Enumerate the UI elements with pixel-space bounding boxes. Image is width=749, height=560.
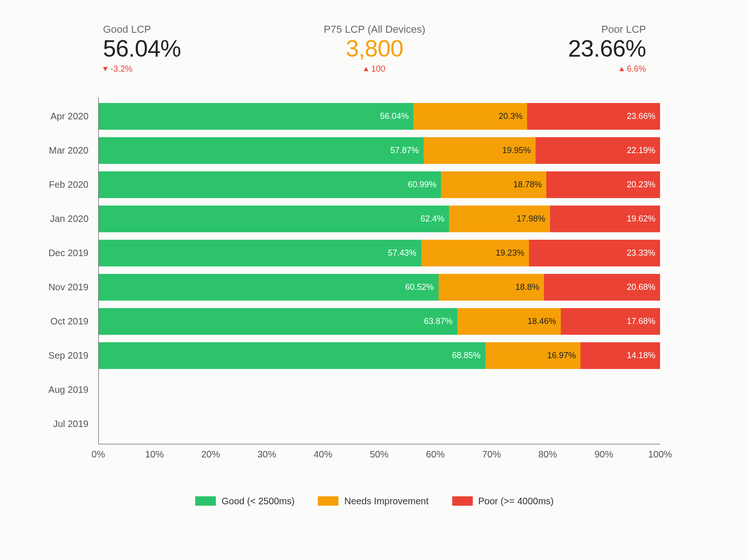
segment-value: 20.3% [499, 111, 522, 121]
segment-value: 19.95% [502, 146, 531, 155]
segment-value: 60.99% [408, 180, 436, 190]
segment-value: 17.68% [627, 317, 655, 326]
segment-good: 62.4% [99, 206, 449, 232]
stacked-bar: 68.85%16.97%14.18% [99, 342, 660, 369]
summary-poor-lcp: Poor LCP 23.66% 6.6% [568, 23, 646, 74]
segment-good: 57.43% [99, 240, 421, 266]
legend-label: Poor (>= 4000ms) [478, 496, 554, 507]
segment-needs: 18.8% [439, 274, 544, 301]
summary-value: 23.66% [568, 37, 646, 61]
summary-value: 56.04% [103, 37, 181, 61]
segment-poor: 20.68% [544, 274, 660, 301]
segment-value: 68.85% [452, 351, 480, 361]
bar-row: Jul 2019 [99, 411, 660, 437]
stacked-bar: 60.99%18.78%20.23% [99, 171, 660, 198]
bar-row: Dec 201957.43%19.23%23.33% [99, 240, 660, 266]
segment-poor: 17.68% [561, 308, 660, 335]
y-axis-label: Nov 2019 [48, 282, 99, 293]
segment-value: 19.23% [496, 248, 524, 258]
legend-swatch-poor [452, 496, 473, 506]
x-axis: 0%10%20%30%40%50%60%70%80%90%100% [98, 444, 660, 463]
segment-value: 57.87% [390, 146, 419, 155]
summary-label: Poor LCP [602, 23, 646, 36]
legend-label: Needs Improvement [344, 496, 428, 507]
x-tick: 100% [648, 449, 672, 460]
y-axis-label: Oct 2019 [51, 316, 99, 327]
summary-good-lcp: Good LCP 56.04% -3.2% [103, 23, 181, 74]
legend-item-good: Good (< 2500ms) [195, 496, 294, 507]
segment-good: 60.99% [99, 171, 441, 198]
x-tick: 40% [314, 449, 332, 460]
stacked-bar: 57.87%19.95%22.19% [99, 137, 660, 164]
segment-good: 68.85% [99, 342, 485, 369]
segment-poor: 23.66% [527, 103, 660, 130]
segment-value: 57.43% [388, 248, 417, 258]
segment-value: 19.62% [627, 214, 655, 224]
summary-label: P75 LCP (All Devices) [323, 23, 425, 36]
arrow-down-icon [103, 67, 108, 71]
bar-row: Oct 201963.87%18.46%17.68% [99, 308, 660, 335]
x-tick: 50% [370, 449, 389, 460]
segment-needs: 18.78% [441, 171, 546, 198]
y-axis-label: Aug 2019 [48, 384, 99, 395]
x-tick: 30% [257, 449, 276, 460]
segment-value: 62.4% [420, 214, 444, 224]
bar-row: Aug 2019 [99, 376, 660, 403]
summary-delta-text: 6.6% [627, 64, 646, 74]
arrow-up-icon [364, 67, 368, 71]
segment-poor: 19.62% [550, 206, 660, 232]
bar-row: Sep 201968.85%16.97%14.18% [99, 342, 660, 369]
summary-row: Good LCP 56.04% -3.2% P75 LCP (All Devic… [28, 23, 721, 74]
segment-needs: 17.98% [449, 206, 550, 232]
segment-value: 23.66% [627, 111, 655, 121]
segment-good: 57.87% [99, 137, 424, 164]
legend-item-poor: Poor (>= 4000ms) [452, 496, 554, 507]
segment-needs: 16.97% [485, 342, 580, 369]
segment-needs: 20.3% [413, 103, 527, 130]
lcp-report: Good LCP 56.04% -3.2% P75 LCP (All Devic… [0, 0, 749, 560]
y-axis-label: Jul 2019 [53, 419, 99, 429]
legend-item-needs: Needs Improvement [318, 496, 428, 507]
y-axis-label: Jan 2020 [50, 214, 99, 224]
segment-good: 56.04% [99, 103, 413, 130]
plot-area: Apr 202056.04%20.3%23.66%Mar 202057.87%1… [98, 97, 660, 444]
bar-row: Apr 202056.04%20.3%23.66% [99, 103, 660, 130]
segment-poor: 23.33% [529, 240, 660, 266]
bar-row: Jan 202062.4%17.98%19.62% [99, 206, 660, 232]
segment-value: 20.23% [627, 180, 655, 190]
summary-value: 3,800 [346, 37, 404, 61]
segment-value: 23.33% [627, 248, 655, 258]
x-tick: 80% [538, 449, 557, 460]
x-tick: 20% [201, 449, 220, 460]
x-tick: 60% [426, 449, 445, 460]
x-tick: 70% [482, 449, 501, 460]
stacked-bar: 60.52%18.8%20.68% [99, 274, 660, 301]
segment-good: 63.87% [99, 308, 457, 335]
stacked-bar: 56.04%20.3%23.66% [99, 103, 660, 130]
segment-value: 16.97% [547, 351, 576, 361]
segment-good: 60.52% [99, 274, 439, 301]
summary-delta: 6.6% [619, 64, 646, 74]
segment-value: 18.8% [515, 282, 539, 292]
bar-row: Feb 202060.99%18.78%20.23% [99, 171, 660, 198]
segment-poor: 20.23% [546, 171, 660, 198]
y-axis-label: Mar 2020 [49, 145, 99, 156]
arrow-up-icon [619, 67, 624, 71]
segment-needs: 19.23% [421, 240, 529, 266]
bar-row: Nov 201960.52%18.8%20.68% [99, 274, 660, 301]
segment-value: 60.52% [405, 282, 434, 292]
segment-needs: 19.95% [424, 137, 536, 164]
bar-row: Mar 202057.87%19.95%22.19% [99, 137, 660, 164]
summary-label: Good LCP [103, 23, 151, 36]
segment-value: 18.78% [513, 180, 542, 190]
segment-value: 20.68% [627, 282, 655, 292]
legend-swatch-needs [318, 496, 338, 506]
segment-value: 22.19% [627, 146, 655, 155]
summary-delta: 100 [364, 64, 385, 74]
stacked-bar: 57.43%19.23%23.33% [99, 240, 660, 266]
lcp-stacked-bar-chart: Apr 202056.04%20.3%23.66%Mar 202057.87%1… [98, 97, 660, 463]
segment-poor: 22.19% [536, 137, 660, 164]
y-axis-label: Sep 2019 [48, 350, 99, 361]
stacked-bar: 63.87%18.46%17.68% [99, 308, 660, 335]
y-axis-label: Feb 2020 [49, 179, 99, 190]
